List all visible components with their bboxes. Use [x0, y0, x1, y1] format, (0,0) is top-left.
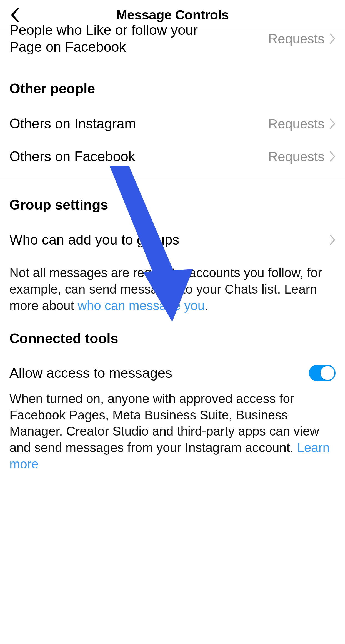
- content-scroll[interactable]: People who Like or follow your Page on F…: [0, 22, 345, 483]
- option-value: Requests: [268, 31, 324, 46]
- option-value: Requests: [268, 116, 324, 131]
- back-button[interactable]: [7, 7, 23, 23]
- option-label: Who can add you to groups: [9, 232, 179, 248]
- option-value-wrap: Requests: [268, 31, 336, 46]
- option-value-wrap: [329, 235, 336, 245]
- toggle-knob: [321, 366, 334, 380]
- chevron-right-icon: [329, 118, 336, 129]
- chevron-right-icon: [329, 33, 336, 44]
- option-value: Requests: [268, 149, 324, 164]
- chevron-right-icon: [329, 235, 336, 245]
- toggle-label: Allow access to messages: [9, 365, 172, 381]
- allow-access-toggle[interactable]: [309, 365, 336, 381]
- option-row-page-followers[interactable]: People who Like or follow your Page on F…: [0, 22, 345, 64]
- chevron-left-icon: [10, 8, 20, 22]
- option-row-others-facebook[interactable]: Others on Facebook Requests: [0, 140, 345, 173]
- desc-text-pre: When turned on, anyone with approved acc…: [9, 391, 319, 455]
- option-label: People who Like or follow your Page on F…: [9, 22, 204, 56]
- page-title: Message Controls: [116, 7, 229, 23]
- option-label: Others on Instagram: [9, 116, 136, 132]
- toggle-row-allow-access: Allow access to messages: [0, 357, 345, 384]
- option-value-wrap: Requests: [268, 116, 336, 131]
- section-header-group-settings: Group settings: [0, 180, 345, 223]
- section-header-connected-tools: Connected tools: [0, 314, 345, 357]
- option-row-others-instagram[interactable]: Others on Instagram Requests: [0, 107, 345, 140]
- who-can-message-link[interactable]: who can message you: [78, 298, 205, 313]
- option-row-add-to-groups[interactable]: Who can add you to groups: [0, 223, 345, 256]
- chevron-right-icon: [329, 151, 336, 162]
- option-label: Others on Facebook: [9, 148, 135, 165]
- info-text-post: .: [205, 298, 208, 313]
- section-header-other-people: Other people: [0, 64, 345, 107]
- option-value-wrap: Requests: [268, 149, 336, 164]
- connected-tools-description: When turned on, anyone with approved acc…: [0, 384, 345, 483]
- group-info-text: Not all messages are requests: accounts …: [0, 256, 345, 314]
